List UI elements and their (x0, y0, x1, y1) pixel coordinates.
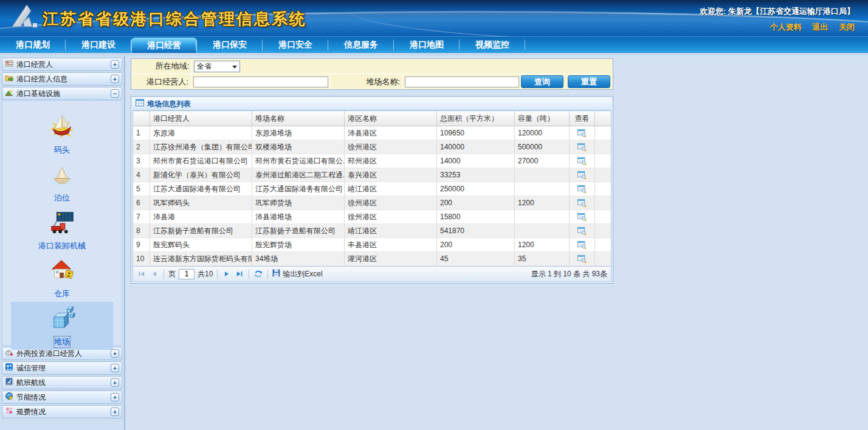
table-row[interactable]: 9殷宪辉码头殷宪辉货场丰县港区2001200 (133, 238, 611, 252)
operator-label: 港口经营人: (131, 74, 191, 89)
last-page-button[interactable] (235, 269, 244, 279)
view-detail-icon[interactable] (577, 128, 588, 138)
cell-operator: 殷宪辉码头 (150, 238, 252, 251)
cell-area: 541870 (437, 224, 515, 237)
refresh-icon[interactable] (253, 269, 263, 279)
facility-item-4[interactable]: 仓库 (11, 254, 113, 302)
table-row[interactable]: 6巩军师码头巩军师货场徐州港区2001200 (133, 196, 611, 210)
group-label: 港口经营人 (16, 60, 111, 70)
region-select[interactable]: 全省 (194, 61, 240, 72)
cell-area: 200 (437, 238, 515, 251)
column-header-1: 港口经营人 (150, 111, 252, 126)
view-detail-icon[interactable] (577, 156, 588, 166)
chevron-down-icon (232, 66, 237, 69)
cell-operator: 连云港新东方国际货柜码头有限... (150, 252, 252, 265)
view-detail-icon[interactable] (577, 240, 588, 250)
view-detail-icon[interactable] (577, 254, 588, 264)
expand-toggle-button[interactable]: + (111, 349, 119, 358)
view-detail-icon[interactable] (577, 184, 588, 194)
sidebar-bottom-group-1[interactable]: 诚信管理+ (2, 361, 122, 375)
table-row[interactable]: 2江苏徐州港务（集团）有限公司双楼港堆场徐州港区140000500000 (133, 140, 611, 154)
view-detail-icon[interactable] (577, 170, 588, 180)
table-row[interactable]: 3邳州市黄石货运港口有限公司邳州市黄石货运港口有限公...邳州港区1400027… (133, 154, 611, 168)
expand-toggle-button[interactable]: + (111, 60, 119, 69)
table-row[interactable]: 4新浦化学（泰兴）有限公司泰州港过船港区二期工程通...泰兴港区33253 (133, 168, 611, 182)
cell-yard: 江苏大通国际港务有限公司 (252, 182, 345, 196)
next-page-button[interactable] (222, 269, 232, 279)
expand-toggle-button[interactable]: + (111, 364, 119, 372)
panel-title: 堆场信息列表 (147, 99, 191, 109)
main-content: 所在地域: 全省 港口经营人: 堆场名称: 查询 (131, 56, 615, 430)
expand-toggle-button[interactable]: + (111, 408, 119, 416)
view-detail-icon[interactable] (577, 142, 588, 152)
nav-tab-3[interactable]: 港口经营 (131, 38, 197, 53)
yard-name-input[interactable] (405, 77, 519, 87)
close-link[interactable]: 关闭 (839, 22, 855, 32)
cell-capacity: 1200 (515, 196, 570, 210)
sidebar-top-group-1[interactable]: 港口经营人信息+ (2, 72, 122, 86)
nav-tab-1[interactable]: 港口规划 (0, 37, 66, 53)
facility-item-2[interactable]: 泊位 (11, 158, 113, 206)
profile-link[interactable]: 个人资料 (770, 22, 802, 32)
nav-tab-4[interactable]: 港口保安 (197, 37, 263, 53)
sidebar-bottom-group-0[interactable]: 外商投资港口经营人+ (2, 347, 122, 360)
main-nav: 港口规划港口建设港口经营港口保安港口安全信息服务港口地图视频监控 (0, 36, 868, 53)
sidebar-top-group-2[interactable]: 港口基础设施− (2, 87, 122, 100)
view-detail-icon[interactable] (577, 198, 588, 208)
expand-toggle-button[interactable]: − (111, 89, 119, 98)
view-detail-icon[interactable] (577, 226, 588, 236)
loading-machinery-icon (48, 208, 76, 239)
nav-tab-5[interactable]: 港口安全 (263, 37, 328, 53)
facility-item-3[interactable]: 港口装卸机械 (11, 206, 113, 254)
filter-panel: 所在地域: 全省 港口经营人: 堆场名称: 查询 (131, 58, 613, 90)
cell-operator: 沛县港 (150, 210, 252, 224)
sidebar-bottom-group-3[interactable]: 节能情况+ (2, 391, 122, 404)
expand-toggle-button[interactable]: + (111, 378, 119, 387)
yard-name-label: 堆场名称: (331, 74, 403, 89)
expand-toggle-button[interactable]: + (111, 75, 119, 83)
view-detail-icon[interactable] (577, 212, 588, 222)
pager-bar: 页 共10 (133, 267, 611, 282)
reset-button[interactable]: 重置 (568, 75, 610, 88)
table-row[interactable]: 7沛县港沛县港堆场徐州港区15800 (133, 210, 611, 224)
cell-yard: 江苏新扬子造船有限公司 (252, 224, 345, 237)
cell-capacity: 27000 (515, 154, 570, 168)
row-filler (595, 182, 611, 196)
prev-page-button[interactable] (150, 269, 159, 279)
nav-tab-8[interactable]: 视频监控 (460, 37, 525, 53)
nav-tab-2[interactable]: 港口建设 (66, 37, 131, 53)
column-header-2: 堆场名称 (252, 111, 345, 126)
nav-tab-6[interactable]: 信息服务 (328, 37, 394, 53)
facility-item-5[interactable]: 堆场 (11, 302, 113, 350)
table-row[interactable]: 8江苏新扬子造船有限公司江苏新扬子造船有限公司靖江港区541870 (133, 224, 611, 238)
table-row[interactable]: 10连云港新东方国际货柜码头有限...34堆场灌河港区4535 (133, 252, 611, 266)
cell-area: 200 (437, 196, 515, 210)
operator-input[interactable] (193, 77, 328, 87)
sidebar-bottom-group-4[interactable]: 规费情况+ (2, 405, 122, 418)
facility-item-label: 堆场 (54, 336, 70, 347)
export-excel-label: 输出到Excel (283, 269, 322, 279)
sidebar-top-group-0[interactable]: 港口经营人+ (2, 58, 122, 71)
sidebar-bottom-group-2[interactable]: 航班航线+ (2, 376, 122, 389)
cell-view (570, 140, 595, 154)
row-number: 8 (133, 224, 150, 237)
cell-capacity: 35 (515, 252, 570, 265)
export-excel-button[interactable]: 输出到Excel (272, 269, 322, 279)
search-button[interactable]: 查询 (521, 75, 563, 88)
table-row[interactable]: 1东原港东原港堆场沛县港区109650120000 (133, 126, 611, 140)
row-number: 9 (133, 238, 150, 251)
cell-view (570, 154, 595, 168)
cell-view (570, 126, 595, 140)
record-count-summary: 显示 1 到 10 条 共 93条 (531, 269, 607, 279)
column-header-5: 容量（吨） (515, 111, 570, 126)
row-filler (595, 154, 611, 168)
app-logo (11, 4, 38, 32)
table-row[interactable]: 5江苏大通国际港务有限公司江苏大通国际港务有限公司靖江港区250000 (133, 182, 611, 196)
facility-item-1[interactable]: 码头 (11, 110, 113, 158)
table-header-row: 港口经营人堆场名称港区名称总面积（平方米）容量（吨）查看 (133, 111, 611, 126)
logout-link[interactable]: 退出 (812, 22, 828, 32)
first-page-button[interactable] (137, 269, 146, 279)
expand-toggle-button[interactable]: + (111, 393, 119, 401)
nav-tab-7[interactable]: 港口地图 (394, 37, 460, 53)
page-number-input[interactable] (179, 269, 195, 279)
